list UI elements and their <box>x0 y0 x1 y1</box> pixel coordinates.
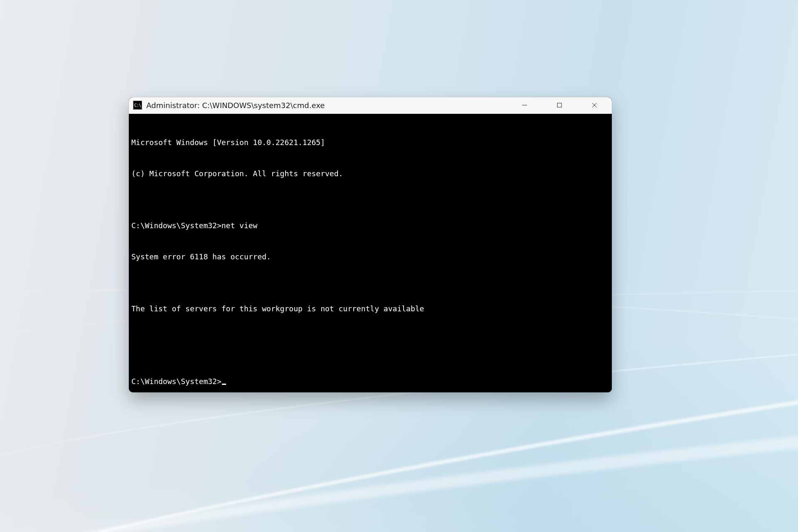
maximize-icon <box>557 102 562 108</box>
terminal-output-area[interactable]: Microsoft Windows [Version 10.0.22621.12… <box>129 114 612 392</box>
close-button[interactable] <box>577 97 612 113</box>
window-titlebar[interactable]: C:\. Administrator: C:\WINDOWS\system32\… <box>129 97 612 114</box>
close-icon <box>591 102 597 108</box>
terminal-line: Microsoft Windows [Version 10.0.22621.12… <box>131 137 608 148</box>
cmd-app-icon-text: C:\. <box>134 103 143 108</box>
minimize-icon <box>522 102 527 108</box>
terminal-cursor <box>222 384 226 385</box>
terminal-line: The list of servers for this workgroup i… <box>131 303 608 314</box>
terminal-line: System error 6118 has occurred. <box>131 251 608 262</box>
minimize-button[interactable] <box>507 97 542 113</box>
svg-rect-1 <box>557 103 562 107</box>
window-title: Administrator: C:\WINDOWS\system32\cmd.e… <box>146 101 507 110</box>
cmd-window: C:\. Administrator: C:\WINDOWS\system32\… <box>129 97 612 392</box>
terminal-prompt-line: C:\Windows\System32> <box>131 376 608 387</box>
terminal-prompt: C:\Windows\System32> <box>131 377 222 386</box>
cmd-app-icon: C:\. <box>133 101 142 110</box>
terminal-line: C:\Windows\System32>net view <box>131 220 608 231</box>
terminal-line: (c) Microsoft Corporation. All rights re… <box>131 168 608 179</box>
maximize-button[interactable] <box>542 97 577 113</box>
desktop-wallpaper: C:\. Administrator: C:\WINDOWS\system32\… <box>0 0 798 532</box>
window-controls <box>507 97 612 113</box>
